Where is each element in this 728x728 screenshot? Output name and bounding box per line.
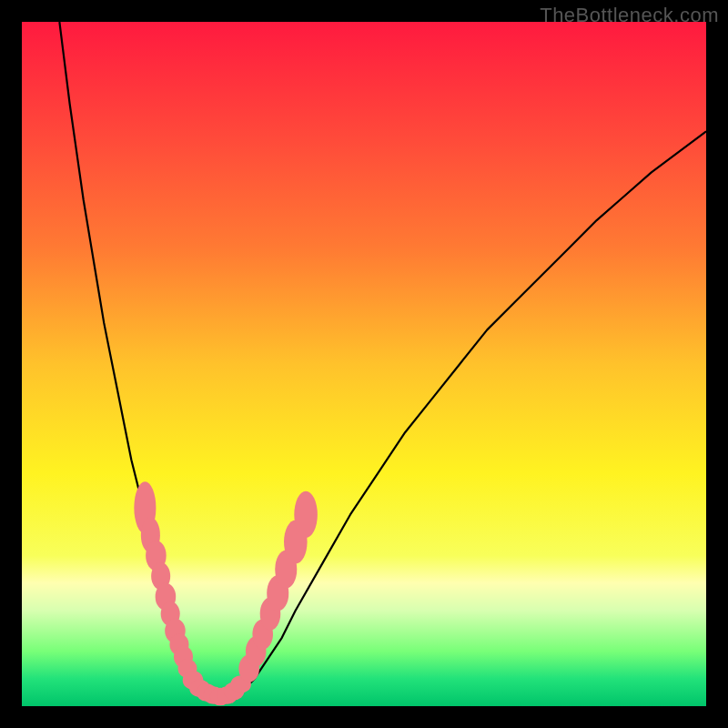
- plot-area: [22, 22, 706, 706]
- marker-right-arm: [294, 491, 318, 538]
- chart-frame: TheBottleneck.com: [0, 0, 728, 728]
- chart-svg: [22, 22, 706, 706]
- gradient-background: [22, 22, 706, 706]
